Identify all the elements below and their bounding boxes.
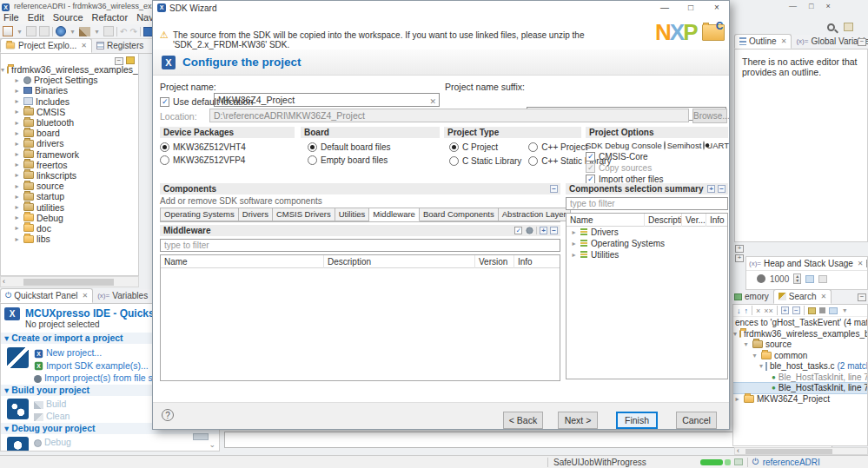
menu-refactor[interactable]: Refactor	[92, 12, 129, 24]
tree-item[interactable]: ▸CMSIS	[1, 107, 138, 117]
column-info[interactable]: Info	[706, 214, 727, 227]
jobs-view-icon[interactable]	[734, 458, 743, 465]
radio-icon[interactable]	[528, 142, 538, 152]
expander-icon[interactable]: ▾	[751, 352, 759, 359]
tree-item[interactable]: ▸utilities	[1, 201, 138, 212]
summary-row-operating-systems[interactable]: ▸Operating Systems	[567, 238, 727, 249]
tree-item[interactable]: ▸bluetooth	[1, 117, 138, 128]
minimize-window-icon[interactable]: —	[789, 2, 797, 12]
menu-source[interactable]: Source	[53, 12, 83, 24]
collapse-all-icon[interactable]: −	[792, 307, 800, 314]
radio-icon[interactable]	[308, 155, 317, 165]
next-button[interactable]: Next >	[558, 412, 598, 429]
expander-icon[interactable]: ▸	[570, 240, 578, 247]
expander-icon[interactable]: ▸	[13, 108, 21, 115]
tree-item[interactable]: ▸Includes	[1, 96, 138, 107]
dialog-close-icon[interactable]: ×	[705, 2, 729, 14]
expand-all-icon[interactable]: +	[781, 307, 789, 314]
remove-all-icon[interactable]: ××	[764, 307, 773, 315]
column-description[interactable]: Descripti...	[645, 214, 682, 227]
search-row-file[interactable]: ▾ ble_host_tasks.c (2 matches)	[733, 361, 867, 372]
search-row-common[interactable]: ▾ common	[733, 350, 867, 361]
tree-item[interactable]: ▸startup	[1, 191, 138, 201]
tree-item[interactable]: ▸drivers	[1, 138, 138, 148]
collapse-all-icon[interactable]: −	[550, 227, 558, 234]
scroll-thumb[interactable]	[23, 279, 114, 286]
tab-cmsis-drivers[interactable]: CMSIS Drivers	[273, 208, 335, 221]
build-dropdown-icon[interactable]: ▾	[93, 28, 101, 36]
search-history-icon[interactable]	[829, 307, 838, 314]
cmsis-core-checkbox[interactable]: CMSIS-Core	[586, 152, 728, 161]
radio-icon[interactable]	[160, 155, 169, 165]
tree-item[interactable]: ▸Debug	[1, 213, 138, 223]
link-debug[interactable]: Debug	[34, 437, 71, 452]
pin-view-icon[interactable]	[818, 275, 827, 283]
new-view-icon[interactable]	[805, 275, 814, 283]
column-name[interactable]: Name	[567, 214, 645, 227]
remove-match-icon[interactable]: ×	[756, 307, 760, 315]
explorer-hscrollbar[interactable]: ‹	[0, 276, 139, 287]
radio-icon[interactable]	[308, 142, 317, 152]
radio-option[interactable]: MKW36Z512VFP4	[160, 155, 295, 165]
radio-icon[interactable]	[528, 156, 538, 166]
tree-item[interactable]: ▸framework	[1, 149, 138, 160]
search-match-row-selected[interactable]: ● Ble_HostTaskInit, line 75: if (gH	[733, 383, 867, 394]
radio-icon[interactable]	[160, 142, 169, 152]
search-row-source[interactable]: ▾ source	[733, 339, 867, 351]
tab-quickstart-panel[interactable]: ⏻ Quickstart Panel ✕	[0, 288, 93, 303]
console-toolbar-icon[interactable]	[193, 433, 209, 440]
radio-icon[interactable]	[703, 142, 705, 150]
scroll-left-icon[interactable]: ‹	[737, 446, 739, 455]
scroll-down-icon[interactable]: ⌄	[209, 440, 215, 449]
column-info[interactable]: Info	[514, 255, 558, 268]
search-icon[interactable]	[827, 23, 835, 31]
restore-view-icon[interactable]: +	[735, 245, 744, 253]
close-window-icon[interactable]: ×	[825, 2, 830, 12]
save-all-icon[interactable]	[39, 26, 50, 36]
previous-match-icon[interactable]: ↑	[745, 307, 749, 315]
close-icon[interactable]: ✕	[781, 37, 787, 45]
tree-item[interactable]: ▸libs	[1, 234, 138, 244]
previous-search-icon[interactable]	[808, 307, 816, 314]
radio-icon[interactable]	[449, 156, 459, 166]
tab-operating-systems[interactable]: Operating Systems	[160, 208, 239, 221]
column-name[interactable]: Name	[161, 255, 324, 268]
tab-board-components[interactable]: Board Components	[420, 208, 499, 221]
tree-item[interactable]: ▸board	[1, 128, 138, 138]
collapse-section-icon[interactable]: −	[550, 185, 558, 193]
spinner-icon[interactable]: ▴▾	[793, 274, 801, 284]
tab-global-variables[interactable]: (x)= Global Variables	[792, 34, 868, 49]
filter-input[interactable]	[566, 197, 728, 210]
cancel-button[interactable]: Cancel	[676, 412, 717, 429]
expander-icon[interactable]: ▸	[13, 87, 21, 95]
scroll-thumb[interactable]	[745, 449, 832, 454]
tab-outline[interactable]: Outline ✕	[734, 34, 792, 49]
close-icon[interactable]: ✕	[81, 42, 87, 49]
expander-icon[interactable]: ▸	[13, 235, 21, 243]
column-description[interactable]: Description	[324, 255, 475, 268]
expander-icon[interactable]: ▸	[13, 140, 21, 148]
radio-icon[interactable]	[449, 142, 459, 152]
menu-file[interactable]: File	[3, 12, 19, 24]
expand-all-icon[interactable]: +	[540, 227, 547, 234]
cancel-search-icon[interactable]	[819, 307, 825, 313]
column-version[interactable]: Ver...	[682, 214, 706, 227]
scroll-left-icon[interactable]: ‹	[3, 277, 5, 286]
expander-icon[interactable]: ▾	[733, 330, 737, 338]
expander-icon[interactable]: ▸	[13, 182, 21, 190]
tab-middleware[interactable]: Middleware	[369, 208, 420, 221]
new-wizard-icon[interactable]	[3, 26, 13, 36]
tree-item[interactable]: ▸Project Settings	[1, 75, 138, 85]
filter-gear-icon[interactable]	[526, 227, 533, 234]
redo-icon[interactable]: ↷	[129, 27, 136, 36]
expander-icon[interactable]: ▸	[570, 251, 578, 259]
open-perspective-icon[interactable]	[844, 23, 853, 31]
link-clean[interactable]: Clean	[34, 411, 70, 421]
expander-icon[interactable]: ▸	[13, 214, 21, 221]
tab-memory[interactable]: emory	[732, 289, 773, 304]
heap-tab[interactable]: (x)= Heap and Stack Usage ✕ −	[746, 257, 867, 271]
close-icon[interactable]: ✕	[820, 293, 826, 300]
search-hscrollbar[interactable]: ‹	[734, 447, 868, 455]
tab-search[interactable]: Search ✕	[773, 289, 832, 304]
expander-icon[interactable]: ▸	[13, 97, 21, 105]
